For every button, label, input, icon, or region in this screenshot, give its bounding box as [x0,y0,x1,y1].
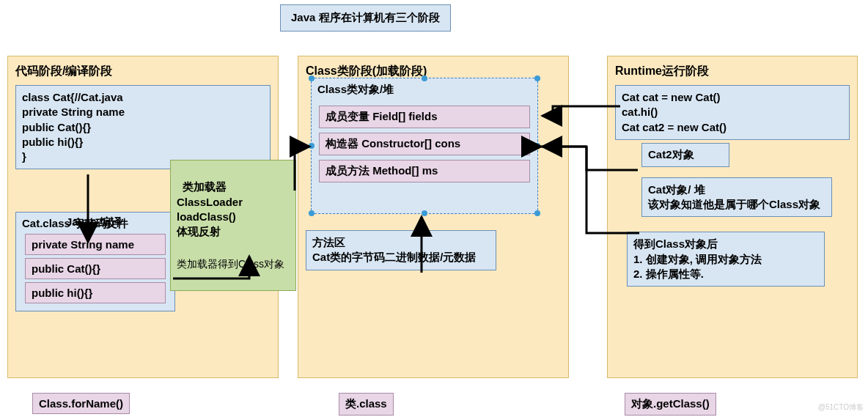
watermark: @51CTO博客 [818,402,864,413]
classloader-note: 类加载器得到Class对象 [177,257,290,271]
selection-handle[interactable] [422,75,427,81]
javac-compile-label: Javac 编译 [66,215,122,229]
selection-handle[interactable] [309,143,315,149]
heap-constructors: 构造器 Constructor[] cons [319,133,530,155]
selection-handle[interactable] [534,75,540,81]
method-area-box: 方法区 Cat类的字节码二进制数据/元数据 [306,230,496,270]
class-heap-title: Class类对象/堆 [312,78,537,101]
after-class-box: 得到Class对象后 1. 创建对象, 调用对象方法 2. 操作属性等. [627,232,825,287]
runtime-code-box: Cat cat = new Cat() cat.hi() Cat cat2 = … [615,85,850,140]
stage-runtime: Runtime运行阶段 Cat cat = new Cat() cat.hi()… [607,56,858,378]
bytecode-member-0: private String name [25,234,166,255]
stage-class-title: Class类阶段(加载阶段) [306,64,561,79]
bytecode-member-1: public Cat(){} [25,258,166,279]
selection-handle[interactable] [534,143,540,149]
stage-code-title: 代码阶段/编译阶段 [15,64,271,79]
cat2-object-box: Cat2对象 [641,143,729,167]
diagram-title: Java 程序在计算机有三个阶段 [280,4,451,32]
footer-forname: Class.forName() [32,393,130,414]
cat-object-box: Cat对象/ 堆 该对象知道他是属于哪个Class对象 [641,177,832,218]
selection-handle[interactable] [309,210,315,216]
heap-fields: 成员变量 Field[] fields [319,106,530,128]
selection-handle[interactable] [534,210,540,216]
footer-class: 类.class [339,393,394,416]
source-code-box: class Cat{//Cat.java private String name… [15,85,271,169]
classloader-box: 类加载器 ClassLoader loadClass() 体现反射 类加载器得到… [170,160,296,291]
bytecode-member-2: public hi(){} [25,282,166,303]
class-heap-box[interactable]: Class类对象/堆 成员变量 Field[] fields 构造器 Const… [311,78,538,214]
selection-handle[interactable] [309,75,315,81]
stage-runtime-title: Runtime运行阶段 [615,64,850,79]
footer-getclass: 对象.getClass() [625,393,716,416]
selection-handle[interactable] [422,210,427,216]
heap-methods: 成员方法 Method[] ms [319,160,530,182]
classloader-text: 类加载器 ClassLoader loadClass() 体现反射 [177,180,243,237]
